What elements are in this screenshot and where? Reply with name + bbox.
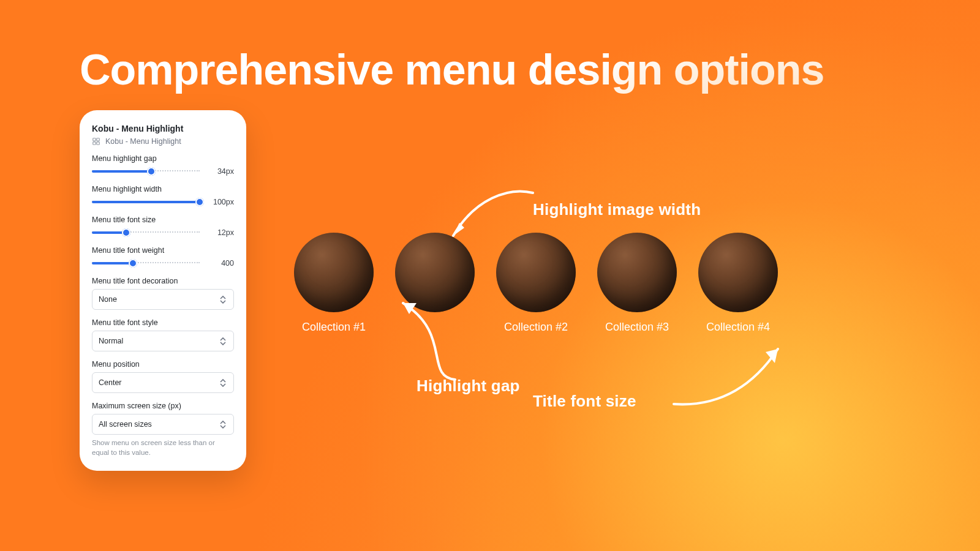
slider-value: 34px xyxy=(206,167,234,176)
field-menu-highlight-gap: Menu highlight gap 34px xyxy=(92,154,234,176)
label: Menu title font weight xyxy=(92,246,234,255)
anno-highlight-width: Highlight image width xyxy=(533,200,701,219)
preview-item[interactable]: Collection #4 xyxy=(698,233,778,334)
slide-headline: Comprehensive menu design options xyxy=(80,48,824,93)
svg-rect-3 xyxy=(97,142,99,144)
svg-rect-0 xyxy=(93,138,96,141)
label: Menu highlight gap xyxy=(92,154,234,163)
anno-title-font-size: Title font size xyxy=(533,392,636,411)
slider-value: 100px xyxy=(206,198,234,206)
label: Menu position xyxy=(92,360,234,369)
help-text: Show menu on screen size less than or eq… xyxy=(92,438,234,457)
updown-icon xyxy=(220,295,228,304)
label: Maximum screen size (px) xyxy=(92,402,234,410)
select-menu-position[interactable]: Center xyxy=(92,372,234,393)
section-icon xyxy=(92,137,100,146)
field-maximum-screen-size: Maximum screen size (px) All screen size… xyxy=(92,402,234,457)
updown-icon xyxy=(220,420,228,429)
settings-panel: Kobu - Menu Highlight Kobu - Menu Highli… xyxy=(80,110,246,471)
slider-menu-title-font-size[interactable] xyxy=(92,228,200,238)
field-menu-position: Menu position Center xyxy=(92,360,234,393)
select-value: None xyxy=(99,295,117,304)
preview-caption: Collection #3 xyxy=(605,321,669,334)
preview-caption: Collection #2 xyxy=(504,321,568,334)
svg-rect-2 xyxy=(93,142,96,144)
preview-caption: Collection #1 xyxy=(302,321,366,334)
field-menu-title-font-decoration: Menu title font decoration None xyxy=(92,277,234,310)
label: Menu title font size xyxy=(92,216,234,224)
label: Menu highlight width xyxy=(92,185,234,193)
select-value: All screen sizes xyxy=(99,420,152,429)
slider-value: 12px xyxy=(206,228,234,237)
select-maximum-screen-size[interactable]: All screen sizes xyxy=(92,414,234,435)
slider-menu-title-font-weight[interactable] xyxy=(92,258,200,268)
updown-icon xyxy=(220,337,228,345)
label: Menu title font style xyxy=(92,318,234,327)
svg-rect-1 xyxy=(97,138,99,141)
preview-image xyxy=(294,233,374,312)
preview-item[interactable]: Collection #3 xyxy=(597,233,677,334)
svg-marker-6 xyxy=(766,349,778,363)
preview-item[interactable]: Collection #1 xyxy=(294,233,374,334)
preview-image xyxy=(698,233,778,312)
field-menu-title-font-style: Menu title font style Normal xyxy=(92,318,234,351)
select-menu-title-font-style[interactable]: Normal xyxy=(92,331,234,351)
updown-icon xyxy=(220,378,228,387)
panel-breadcrumb[interactable]: Kobu - Menu Highlight xyxy=(92,137,234,146)
field-menu-highlight-width: Menu highlight width 100px xyxy=(92,185,234,207)
select-value: Center xyxy=(99,378,122,387)
preview-image xyxy=(597,233,677,312)
slider-menu-highlight-width[interactable] xyxy=(92,197,200,207)
marketing-slide: Comprehensive menu design options Kobu -… xyxy=(0,0,980,551)
slider-value: 400 xyxy=(206,259,234,268)
arrow-icon xyxy=(391,291,483,385)
svg-marker-4 xyxy=(453,223,464,236)
slider-menu-highlight-gap[interactable] xyxy=(92,167,200,176)
field-menu-title-font-weight: Menu title font weight 400 xyxy=(92,246,234,268)
field-menu-title-font-size: Menu title font size 12px xyxy=(92,216,234,238)
preview-caption: Collection #4 xyxy=(706,321,770,334)
arrow-icon xyxy=(671,334,793,416)
select-menu-title-font-decoration[interactable]: None xyxy=(92,289,234,310)
panel-breadcrumb-label: Kobu - Menu Highlight xyxy=(105,137,181,146)
panel-title: Kobu - Menu Highlight xyxy=(92,124,234,133)
arrow-icon xyxy=(441,184,539,253)
label: Menu title font decoration xyxy=(92,277,234,285)
select-value: Normal xyxy=(99,337,123,345)
